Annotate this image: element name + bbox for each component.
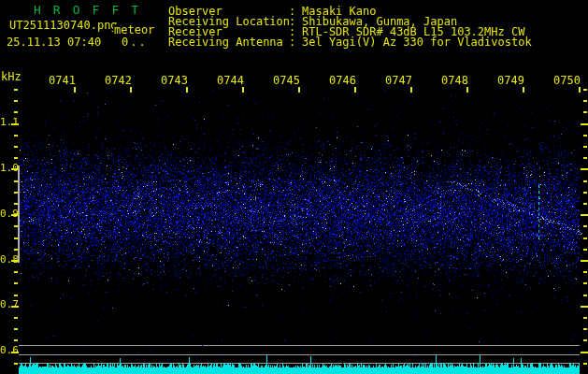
minute-tick [298,87,300,93]
info-label: Receiving Antenna [168,36,289,48]
freq-major-tick-left [11,352,19,353]
freq-minor-tick-right [583,100,587,102]
freq-minor-tick-right [583,249,587,251]
time-label: 0746 [326,75,356,86]
freq-minor-tick-left [14,89,18,91]
freq-minor-tick-right [583,225,587,227]
time-label: 0747 [382,75,412,86]
freq-minor-tick-left [14,135,18,137]
time-label: 0742 [102,75,132,86]
freq-minor-tick-left [14,146,18,148]
freq-minor-tick-right [583,363,587,365]
freq-minor-tick-left [14,271,18,273]
time-label: 0741 [46,75,76,86]
freq-minor-tick-right [583,271,587,273]
output-filename: UT2511130740.png [9,20,118,31]
minute-tick [74,87,76,93]
minute-tick [410,87,412,93]
freq-major-tick-right [581,214,588,216]
observatory-name: meteor [113,24,154,36]
hrofft-screen: H R O F F T UT2511130740.png meteor 25.1… [0,0,588,374]
freq-minor-tick-right [583,328,587,330]
time-label: 0745 [270,75,300,86]
info-row-antenna: Receiving Antenna:3el Yagi(V) Az 330 for… [168,36,532,48]
minute-tick [354,87,356,93]
minute-tick [523,87,524,93]
time-label: 0750 [551,75,581,86]
freq-minor-tick-right [583,282,587,284]
time-label: 0749 [495,75,524,86]
freq-major-tick-left [11,306,19,308]
freq-minor-tick-left [14,339,18,341]
freq-minor-tick-left [14,282,18,284]
freq-minor-tick-right [583,192,587,194]
freq-major-tick-left [11,260,19,262]
freq-minor-tick-right [583,111,587,113]
freq-major-tick-left [11,168,19,170]
freq-minor-tick-right [583,237,587,239]
freq-minor-tick-right [583,317,587,319]
time-label: 0743 [158,75,188,86]
freq-axis-unit: kHz [1,71,22,82]
minute-tick [186,87,188,93]
freq-minor-tick-left [14,180,18,182]
freq-major-tick-right [581,352,588,353]
freq-major-tick-right [581,168,588,170]
observation-datetime: 25.11.13 07:40 [7,36,101,48]
freq-minor-tick-left [14,203,18,205]
freq-minor-tick-left [14,237,18,239]
time-label: 0744 [214,75,244,86]
freq-minor-tick-right [583,295,587,296]
freq-minor-tick-right [583,89,587,91]
freq-major-tick-right [581,306,588,308]
freq-minor-tick-left [14,192,18,194]
freq-minor-tick-left [14,111,18,113]
minute-tick [130,87,132,93]
minute-tick [242,87,244,93]
freq-label: 0.6 [0,345,19,355]
freq-minor-tick-left [14,317,18,319]
freq-label: 0.7 [0,299,19,309]
freq-minor-tick-left [14,157,18,159]
freq-minor-tick-right [583,146,587,148]
freq-major-tick-left [11,123,19,125]
freq-major-tick-right [581,260,588,262]
freq-minor-tick-right [583,180,587,182]
freq-minor-tick-left [14,363,18,365]
app-title: H R O F F T [34,4,141,16]
count-info: 0.. [122,36,148,48]
freq-minor-tick-left [14,295,18,296]
freq-minor-tick-left [14,225,18,227]
freq-minor-tick-right [583,339,587,341]
minute-tick [579,87,581,93]
freq-label: 1.1 [0,117,19,127]
freq-minor-tick-left [14,100,18,102]
minute-tick [466,87,468,93]
info-colon: : [289,36,302,48]
freq-major-tick-right [581,123,588,125]
info-value: 3el Yagi(V) Az 330 for Vladivostok [302,36,532,49]
freq-minor-tick-right [583,203,587,205]
spectrogram-canvas [0,0,588,374]
time-label: 0748 [438,75,468,86]
freq-minor-tick-right [583,157,587,159]
freq-minor-tick-left [14,249,18,251]
freq-minor-tick-right [583,135,587,137]
freq-minor-tick-left [14,328,18,330]
freq-major-tick-left [11,214,19,216]
